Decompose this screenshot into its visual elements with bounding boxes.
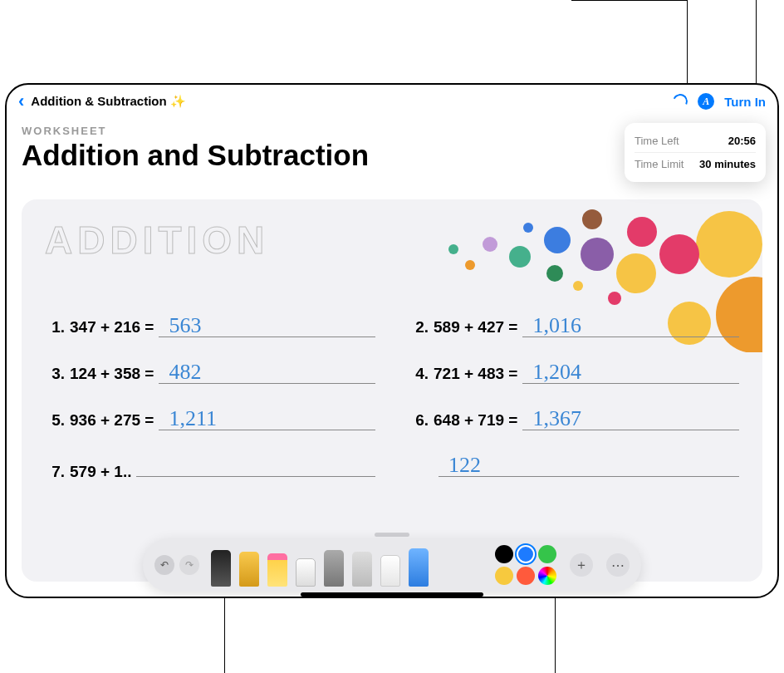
svg-point-16 xyxy=(573,281,583,291)
svg-point-14 xyxy=(448,244,458,254)
answer-field[interactable]: 482 xyxy=(159,362,375,384)
answer-field[interactable]: 122 xyxy=(439,455,739,477)
svg-point-13 xyxy=(465,260,475,270)
time-limit-value: 30 minutes xyxy=(699,158,756,170)
turn-in-button[interactable]: Turn In xyxy=(724,95,766,109)
time-popover: Time Left20:56 Time Limit30 minutes xyxy=(625,123,766,182)
problem-row: 4.721 + 483 =1,204 xyxy=(409,362,739,384)
color-picker-icon[interactable] xyxy=(538,567,556,585)
markup-icon[interactable]: A xyxy=(698,93,714,110)
time-limit-label: Time Limit xyxy=(635,158,684,170)
callout-line xyxy=(756,0,757,83)
home-indicator[interactable] xyxy=(301,592,483,597)
svg-point-5 xyxy=(627,217,657,247)
problem-row: 2.589 + 427 =1,016 xyxy=(409,316,739,337)
more-button[interactable]: ⋯ xyxy=(606,553,630,577)
color-yellow[interactable] xyxy=(495,567,513,585)
answer-field[interactable] xyxy=(136,455,375,477)
callout-line xyxy=(687,0,688,83)
answer-field[interactable]: 1,367 xyxy=(522,409,739,430)
pixel-pen-tool[interactable] xyxy=(352,552,372,587)
eyebrow-label: WORKSHEET xyxy=(22,125,369,137)
color-swatches xyxy=(495,545,556,585)
divider xyxy=(635,152,756,153)
svg-point-11 xyxy=(523,223,533,233)
answer-field[interactable]: 563 xyxy=(159,316,375,337)
svg-point-12 xyxy=(483,237,497,252)
color-blue[interactable] xyxy=(517,545,535,563)
color-red[interactable] xyxy=(517,567,535,585)
svg-point-15 xyxy=(608,292,621,305)
undo-button[interactable]: ↶ xyxy=(154,555,174,575)
answer-field[interactable]: 1,016 xyxy=(522,316,739,337)
markup-toolbar: ↶ ↷ ＋ ⋯ xyxy=(143,538,641,592)
problem-row: 6.648 + 719 =1,367 xyxy=(409,409,739,430)
problem-grid: 1.347 + 216 =563 2.589 + 427 =1,016 3.12… xyxy=(45,316,739,481)
worksheet-panel[interactable]: ADDITION xyxy=(22,199,762,582)
highlighter-tool[interactable] xyxy=(267,553,287,587)
answer-field[interactable]: 1,204 xyxy=(522,362,739,384)
svg-point-3 xyxy=(659,234,699,274)
chevron-left-icon: ‹ xyxy=(18,91,24,112)
tool-set xyxy=(211,543,429,587)
problem-row: 3.124 + 358 =482 xyxy=(45,362,375,384)
pencil-tool[interactable] xyxy=(324,550,344,587)
page-title: Addition and Subtraction xyxy=(22,139,369,172)
toolbar-grabber[interactable] xyxy=(375,533,409,537)
svg-point-10 xyxy=(509,246,531,268)
worksheet-content: WORKSHEET Addition and Subtraction NAME:… xyxy=(22,125,762,597)
time-left-value: 20:56 xyxy=(728,135,756,147)
svg-point-8 xyxy=(544,227,571,253)
device-frame: ‹ Addition & Subtraction ✨ A Turn In WOR… xyxy=(5,83,779,598)
nav-title: Addition & Subtraction ✨ xyxy=(31,94,185,109)
color-black[interactable] xyxy=(495,545,513,563)
svg-point-9 xyxy=(546,265,563,282)
svg-point-0 xyxy=(696,211,762,278)
callout-line xyxy=(571,0,688,1)
svg-point-6 xyxy=(581,238,614,271)
problem-row: 5.936 + 275 =1,211 xyxy=(45,409,375,430)
redo-button[interactable]: ↷ xyxy=(179,555,199,575)
problem-row: 7.579 + 1.. xyxy=(45,455,375,481)
crayon-tool[interactable] xyxy=(409,548,429,587)
svg-point-4 xyxy=(616,253,656,293)
back-button[interactable]: ‹ Addition & Subtraction ✨ xyxy=(18,91,186,112)
eraser-tool[interactable] xyxy=(296,558,316,587)
color-green[interactable] xyxy=(538,545,556,563)
add-button[interactable]: ＋ xyxy=(570,553,593,577)
svg-point-7 xyxy=(582,209,602,229)
marker-tool[interactable] xyxy=(239,552,259,587)
timer-progress-icon[interactable] xyxy=(671,91,690,111)
navigation-bar: ‹ Addition & Subtraction ✨ A Turn In xyxy=(7,85,777,118)
ruler-tool[interactable] xyxy=(380,555,400,587)
problem-row: 1.347 + 216 =563 xyxy=(45,316,375,337)
answer-field[interactable]: 1,211 xyxy=(159,409,375,430)
problem-row: 122 xyxy=(409,455,739,481)
pen-tool[interactable] xyxy=(211,550,231,587)
time-left-label: Time Left xyxy=(635,135,679,147)
